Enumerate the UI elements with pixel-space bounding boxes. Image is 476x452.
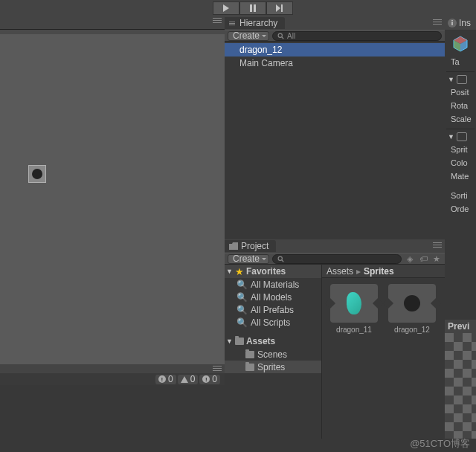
- search-icon: 🔍: [237, 317, 248, 328]
- assets-header[interactable]: ▼ Assets: [225, 335, 321, 348]
- hierarchy-item[interactable]: dragon_12: [225, 43, 445, 56]
- folder-label: Sprites: [257, 362, 285, 372]
- hierarchy-tab-bar: Hierarchy: [225, 16, 445, 30]
- expand-arrow-icon: ▼: [448, 133, 454, 141]
- play-button[interactable]: [213, 1, 239, 15]
- svg-point-7: [278, 256, 282, 260]
- folder-label: Scenes: [257, 349, 287, 360]
- project-tab[interactable]: Project: [225, 240, 276, 252]
- preview-header[interactable]: Previ: [445, 320, 476, 333]
- create-dropdown[interactable]: Create: [228, 254, 269, 264]
- sprite-renderer-component: ▼ Sprit Colo Mate Sorti Orde: [446, 129, 475, 216]
- component-header[interactable]: ▼: [446, 74, 475, 85]
- hierarchy-tree: dragon_12 Main Camera: [225, 42, 445, 70]
- transform-icon: [457, 75, 467, 84]
- expand-arrow-icon: ▼: [226, 338, 233, 345]
- sprite-preview: [404, 295, 420, 311]
- hierarchy-item[interactable]: Main Camera: [225, 56, 445, 70]
- svg-point-5: [278, 33, 282, 37]
- scene-object-selected[interactable]: [28, 165, 46, 183]
- playback-controls: [213, 1, 293, 15]
- panel-menu-icon[interactable]: [213, 366, 222, 373]
- star-icon: ★: [235, 266, 244, 277]
- info-count-pill[interactable]: !0: [155, 375, 176, 384]
- favorites-header[interactable]: ▼ ★ Favorites: [225, 265, 321, 278]
- favorite-item[interactable]: 🔍All Prefabs: [225, 303, 321, 316]
- project-assets-view: Assets ▸ Sprites dragon_11 dragon_12: [321, 265, 445, 439]
- sprite-graphic: [32, 169, 42, 179]
- scene-viewport[interactable]: [0, 34, 225, 364]
- asset-item[interactable]: dragon_12: [386, 284, 438, 334]
- hierarchy-tab[interactable]: Hierarchy: [225, 17, 285, 29]
- create-dropdown[interactable]: Create: [228, 31, 269, 41]
- filter-icon[interactable]: ◈: [405, 254, 415, 264]
- folder-icon: [235, 338, 244, 345]
- expand-arrow-icon: ▼: [226, 268, 233, 275]
- panel-menu-icon[interactable]: [433, 242, 442, 250]
- panel-menu-icon[interactable]: [213, 18, 222, 25]
- project-toolbar: Create ◈ 🏷 ★: [225, 253, 445, 265]
- asset-item[interactable]: dragon_11: [328, 284, 380, 334]
- asset-label: dragon_12: [394, 326, 430, 334]
- project-tab-label: Project: [241, 241, 268, 251]
- hierarchy-item-label: dragon_12: [239, 45, 282, 55]
- warning-icon: [181, 376, 188, 383]
- project-body: ▼ ★ Favorites 🔍All Materials 🔍All Models…: [225, 265, 445, 439]
- folder-item[interactable]: Scenes: [225, 348, 321, 361]
- error-count: 0: [212, 374, 217, 384]
- favorite-label: All Scripts: [251, 317, 290, 328]
- hierarchy-search[interactable]: All: [272, 31, 442, 41]
- info-icon: !: [158, 375, 166, 383]
- favorite-label: All Models: [251, 292, 292, 303]
- error-count-pill[interactable]: !0: [199, 375, 220, 384]
- favorite-label: All Materials: [251, 280, 299, 290]
- breadcrumb: Assets ▸ Sprites: [322, 265, 445, 278]
- svg-marker-3: [276, 4, 280, 12]
- search-placeholder: All: [287, 32, 295, 40]
- watermark: @51CTO博客: [410, 437, 470, 451]
- folder-icon: [245, 351, 254, 358]
- preview-panel: Previ: [445, 320, 476, 439]
- project-search[interactable]: [272, 254, 402, 264]
- position-label: Posit: [446, 85, 475, 99]
- tag-label: Ta: [446, 55, 475, 68]
- step-button[interactable]: [266, 1, 293, 15]
- search-icon: 🔍: [237, 280, 248, 290]
- breadcrumb-current: Sprites: [364, 266, 394, 277]
- label-icon[interactable]: 🏷: [418, 254, 428, 264]
- project-toolbar-icons: ◈ 🏷 ★: [405, 254, 442, 264]
- gameobject-icon: [452, 36, 469, 52]
- material-label: Mate: [446, 170, 475, 183]
- favorite-icon[interactable]: ★: [431, 254, 442, 264]
- component-header[interactable]: ▼: [446, 131, 475, 143]
- favorite-label: All Prefabs: [251, 305, 294, 315]
- panel-menu-icon[interactable]: [433, 19, 442, 27]
- breadcrumb-root[interactable]: Assets: [327, 266, 353, 277]
- console-panel: !0 0 !0: [0, 364, 225, 385]
- console-tab-area: [0, 364, 225, 373]
- sprite-label: Sprit: [446, 143, 475, 156]
- pause-button[interactable]: [239, 1, 266, 15]
- favorite-item[interactable]: 🔍All Models: [225, 291, 321, 303]
- svg-marker-0: [223, 4, 229, 12]
- search-icon: [277, 33, 284, 39]
- hierarchy-item-label: Main Camera: [239, 58, 293, 68]
- inspector-tab-label: Ins: [459, 18, 471, 28]
- svg-rect-2: [254, 4, 256, 12]
- sorting-label: Sorti: [446, 189, 475, 202]
- favorite-item[interactable]: 🔍All Materials: [225, 278, 321, 291]
- search-icon: [277, 256, 284, 262]
- color-label: Colo: [446, 156, 475, 170]
- asset-grid[interactable]: dragon_11 dragon_12: [322, 278, 445, 340]
- folder-item[interactable]: Sprites: [225, 361, 321, 373]
- asset-thumbnail: [330, 284, 378, 323]
- inspector-tab[interactable]: i Ins: [445, 16, 476, 30]
- project-folders: ▼ ★ Favorites 🔍All Materials 🔍All Models…: [225, 265, 321, 439]
- sprite-renderer-icon: [457, 132, 467, 141]
- search-icon: 🔍: [237, 292, 248, 303]
- folder-icon: [229, 242, 238, 250]
- favorite-item[interactable]: 🔍All Scripts: [225, 316, 321, 329]
- assets-label: Assets: [246, 336, 275, 346]
- folder-icon: [245, 364, 254, 371]
- warn-count-pill[interactable]: 0: [178, 375, 199, 384]
